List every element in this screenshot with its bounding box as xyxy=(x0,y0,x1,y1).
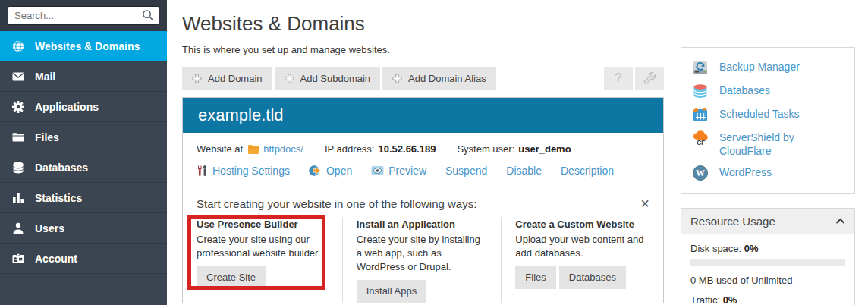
svg-text:W: W xyxy=(696,168,705,178)
database-icon xyxy=(11,161,25,175)
shortcuts-panel: Backup Manager Databases Scheduled Tasks… xyxy=(681,47,855,194)
shortcut-wordpress[interactable]: W WordPress xyxy=(692,162,844,185)
disable-link[interactable]: Disable xyxy=(506,165,542,177)
option-presence-builder: Use Presence Builder Create your site us… xyxy=(183,217,342,303)
folder-icon xyxy=(11,130,25,144)
shortcut-databases[interactable]: Databases xyxy=(692,80,844,103)
shortcut-servershield[interactable]: CF ServerShield by CloudFlare xyxy=(692,127,844,162)
option-description: Upload your web content and add database… xyxy=(515,233,649,260)
cloudflare-icon: CF xyxy=(692,130,710,146)
domain-card-body: Website at httpdocs/ IP address: 10.52.6… xyxy=(183,133,663,303)
sidebar-item-label: Websites & Domains xyxy=(35,40,140,52)
shortcut-label: Backup Manager xyxy=(719,60,800,74)
close-icon[interactable]: × xyxy=(640,196,649,211)
resource-usage-title: Resource Usage xyxy=(690,215,775,228)
wrench-icon xyxy=(643,71,656,85)
option-heading: Install an Application xyxy=(357,219,488,230)
page-subtitle: This is where you set up and manage webs… xyxy=(182,44,664,55)
svg-text:CF: CF xyxy=(697,139,705,146)
banner-header: Start creating your website in one of th… xyxy=(183,187,663,211)
option-heading: Create a Custom Website xyxy=(515,219,649,230)
open-site-icon xyxy=(309,165,322,177)
preview-link[interactable]: Preview xyxy=(371,165,426,177)
sidebar-item-websites-domains[interactable]: Websites & Domains xyxy=(0,31,167,61)
description-link[interactable]: Description xyxy=(561,165,614,177)
getting-started-banner: Start creating your website in one of th… xyxy=(183,187,663,303)
system-user-label: System user: xyxy=(457,143,514,155)
globe-icon xyxy=(11,39,25,53)
disk-space-value: 0% xyxy=(744,243,759,254)
sidebar-item-users[interactable]: Users xyxy=(0,213,167,244)
domain-info-row: Website at httpdocs/ IP address: 10.52.6… xyxy=(197,143,649,155)
open-site-label: Open xyxy=(326,165,352,177)
question-mark-icon: ? xyxy=(615,71,621,86)
preview-label: Preview xyxy=(388,165,426,177)
domain-card: example.tld Website at httpdocs/ IP addr… xyxy=(182,97,664,303)
open-site-link[interactable]: Open xyxy=(309,165,352,177)
traffic-label: Traffic: xyxy=(690,294,720,305)
sidebar-item-label: Mail xyxy=(35,71,55,83)
settings-button[interactable] xyxy=(635,67,664,90)
disk-progress-bar xyxy=(690,259,845,266)
resource-usage-panel: Resource Usage Disk space: 0% 0 MB used … xyxy=(681,208,855,305)
suspend-link[interactable]: Suspend xyxy=(445,165,487,177)
banner-title: Start creating your website in one of th… xyxy=(197,197,476,210)
shortcut-backup-manager[interactable]: Backup Manager xyxy=(692,56,844,80)
sidebar-item-applications[interactable]: Applications xyxy=(0,92,167,122)
add-domain-alias-button[interactable]: Add Domain Alias xyxy=(382,67,496,90)
add-subdomain-button[interactable]: Add Subdomain xyxy=(275,67,381,90)
files-button[interactable]: Files xyxy=(515,266,555,289)
website-at-label: Website at xyxy=(197,143,243,155)
search-icon[interactable] xyxy=(142,9,154,21)
disk-usage-note: 0 MB used of Unlimited xyxy=(690,275,845,286)
option-custom-website: Create a Custom Website Upload your web … xyxy=(501,217,663,303)
ip-label: IP address: xyxy=(325,143,375,155)
shortcut-label: Databases xyxy=(719,83,770,97)
shortcut-scheduled-tasks[interactable]: Scheduled Tasks xyxy=(692,103,844,127)
collapse-chevron-icon[interactable] xyxy=(835,218,845,225)
toolbar: Add Domain Add Subdomain Add Domain Alia… xyxy=(182,67,664,90)
sidebar-item-statistics[interactable]: Statistics xyxy=(0,183,167,213)
domain-actions-row: Hosting Settings Open Preview Suspend Di… xyxy=(197,165,649,177)
shortcut-label: ServerShield by CloudFlare xyxy=(719,130,844,158)
traffic-line: Traffic: 0% xyxy=(690,294,845,305)
sidebar-item-databases[interactable]: Databases xyxy=(0,152,167,183)
hosting-settings-link[interactable]: Hosting Settings xyxy=(197,165,290,177)
plus-icon xyxy=(192,74,202,83)
resource-usage-header[interactable]: Resource Usage xyxy=(681,209,854,234)
user-icon xyxy=(11,222,25,235)
mail-icon xyxy=(11,70,25,83)
backup-icon xyxy=(692,59,710,76)
domain-title: example.tld xyxy=(183,98,663,133)
banner-options: Use Presence Builder Create your site us… xyxy=(183,217,663,303)
sidebar-item-account[interactable]: Account xyxy=(0,244,167,274)
hosting-settings-label: Hosting Settings xyxy=(212,165,290,177)
option-heading: Use Presence Builder xyxy=(197,219,329,230)
search-input[interactable] xyxy=(8,6,159,25)
sidebar-item-mail[interactable]: Mail xyxy=(0,61,167,92)
shortcut-label: Scheduled Tasks xyxy=(719,107,800,121)
create-site-button[interactable]: Create Site xyxy=(197,266,266,289)
disk-space-label: Disk space: xyxy=(690,243,741,254)
install-apps-button[interactable]: Install Apps xyxy=(357,280,427,303)
help-button[interactable]: ? xyxy=(604,67,633,90)
calendar-icon xyxy=(692,106,710,123)
right-sidebar: Backup Manager Databases Scheduled Tasks… xyxy=(681,47,855,305)
option-install-application: Install an Application Create your site … xyxy=(342,217,502,303)
main-content: Websites & Domains This is where you set… xyxy=(182,0,664,303)
add-domain-button[interactable]: Add Domain xyxy=(182,67,272,90)
option-description: Create your site using our professional … xyxy=(197,233,329,260)
sidebar-item-files[interactable]: Files xyxy=(0,122,167,152)
shortcut-label: WordPress xyxy=(719,165,772,179)
preview-eye-icon xyxy=(371,165,384,176)
ip-value: 10.52.66.189 xyxy=(378,143,436,155)
sidebar-item-label: Statistics xyxy=(35,192,82,204)
sidebar-item-label: Account xyxy=(35,253,77,265)
folder-icon xyxy=(247,144,259,155)
sidebar-item-label: Files xyxy=(35,131,59,143)
hosting-settings-icon xyxy=(197,165,208,177)
sidebar-item-label: Databases xyxy=(35,162,88,174)
databases-button[interactable]: Databases xyxy=(559,266,626,289)
httpdocs-link[interactable]: httpdocs/ xyxy=(263,143,303,155)
disk-space-line: Disk space: 0% xyxy=(690,243,845,254)
